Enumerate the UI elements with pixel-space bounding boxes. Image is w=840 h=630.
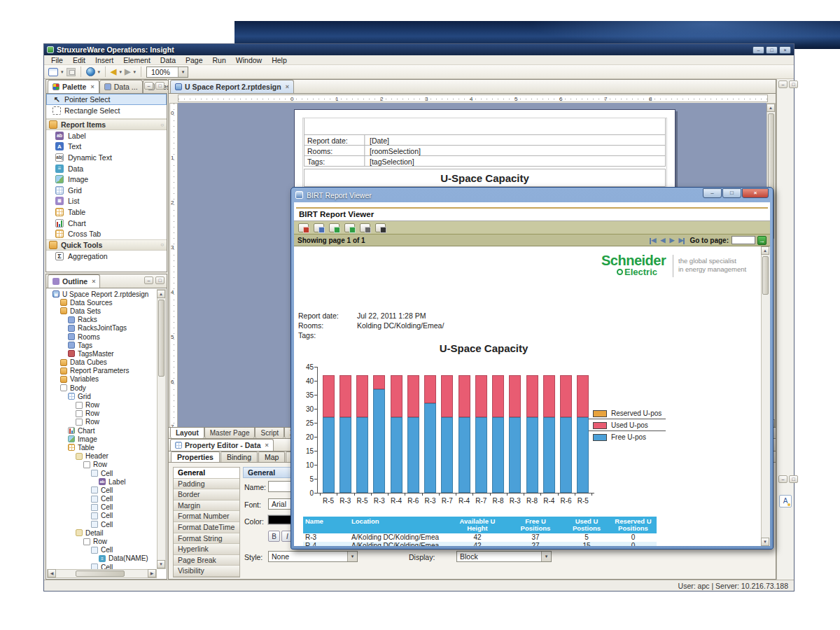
column-header-available-u-height[interactable]: Available U Height [447,517,507,533]
column-header-used-u-postions[interactable]: Used U Postions [564,517,610,533]
subtab-properties[interactable]: Properties [171,451,220,462]
category-format-string[interactable]: Format String [174,533,239,545]
bar-segment-used-u-pos[interactable] [356,375,368,417]
design-row-tags[interactable]: Tags:[tagSelection] [304,155,666,167]
tab-data[interactable]: Data ... [99,80,143,93]
close-icon[interactable]: × [90,83,94,90]
bar-segment-free-u-pos[interactable] [543,417,555,493]
tool-rectangle-select[interactable]: Rectangle Select [46,105,167,116]
design-value-cell[interactable]: [tagSelection] [365,156,665,166]
scroll-up-icon[interactable]: ▲ [766,104,775,112]
bar-segment-used-u-pos[interactable] [323,375,335,417]
close-button[interactable]: × [742,188,769,198]
scroll-right-icon[interactable]: ▶ [148,569,156,578]
tree-item-grid[interactable]: Grid [47,392,157,400]
menu-insert[interactable]: Insert [90,55,118,65]
category-hyperlink[interactable]: Hyperlink [174,544,239,555]
category-format-number[interactable]: Format Number [174,511,239,522]
bar-segment-free-u-pos[interactable] [458,417,470,493]
palette-item-image[interactable]: Image [46,174,167,185]
back-dropdown-icon[interactable]: ▾ [120,69,122,75]
design-label-cell[interactable]: Report date: [304,135,365,145]
next-page-icon[interactable]: ▶ [667,237,676,244]
last-page-icon[interactable]: ▶ [676,237,685,244]
maximize-view-icon[interactable]: □ [789,80,798,88]
tab-property-editor[interactable]: Property Editor - Data× [170,439,274,451]
parameters-icon[interactable] [314,223,324,232]
subtab-map[interactable]: Map [258,451,285,462]
bar-segment-free-u-pos[interactable] [356,417,368,493]
category-page-break[interactable]: Page Break [174,555,239,566]
minimize-view-icon[interactable]: – [778,475,788,483]
tree-item-cell[interactable]: Cell [47,520,157,528]
table-row[interactable]: R-3A/Kolding DC/Kolding/Emea423750 [303,533,657,542]
minimize-button[interactable]: – [703,188,722,198]
menu-page[interactable]: Page [181,55,208,65]
tree-item-detail[interactable]: Detail [47,528,157,537]
tab-script[interactable]: Script [255,428,284,438]
toc-icon[interactable] [298,223,309,232]
tree-item-header[interactable]: Header [47,452,157,461]
category-general[interactable]: General [174,468,239,479]
publish-icon[interactable] [86,67,95,76]
tree-item-chart[interactable]: Chart [47,426,157,435]
palette-item-cross-tab[interactable]: Cross Tab [46,228,167,239]
zoom-dropdown-icon[interactable]: ▾ [178,67,188,77]
scrollbar-thumb[interactable] [762,256,769,295]
bar-segment-free-u-pos[interactable] [526,417,538,493]
style-dropdown[interactable]: None▾ [268,551,358,562]
back-icon[interactable]: ◀ [111,67,116,76]
bar-segment-used-u-pos[interactable] [577,375,589,417]
menu-data[interactable]: Data [155,55,181,65]
close-icon[interactable]: × [92,278,95,285]
new-dropdown-icon[interactable]: ▾ [61,69,64,75]
category-border[interactable]: Border [174,489,239,500]
scroll-left-icon[interactable]: ◀ [48,569,56,578]
bar-segment-free-u-pos[interactable] [492,417,504,493]
menu-file[interactable]: File [46,55,68,65]
palette-item-grid[interactable]: Grid [46,185,167,196]
viewer-vscrollbar[interactable]: ▲ ▼ [761,246,770,546]
bar-segment-free-u-pos[interactable] [323,417,335,493]
bar-segment-free-u-pos[interactable] [373,389,385,493]
tree-item-row[interactable]: Row [47,400,157,409]
print-server-icon[interactable] [375,223,386,232]
palette-item-list[interactable]: ≣List [46,196,167,207]
tree-item-cell[interactable]: Cell [47,469,157,477]
subtab-binding[interactable]: Binding [220,451,258,462]
minimize-view-icon[interactable]: – [144,82,153,90]
title-bar[interactable]: StruxureWare Operations: Insight – □ × [44,44,794,55]
outline-vscrollbar[interactable]: ▲ ▼ [157,289,166,569]
section-report-items[interactable]: Report Items○ [46,119,167,130]
tree-item-racks[interactable]: Racks [47,316,157,324]
category-visibility[interactable]: Visibility [174,566,239,577]
tree-item-row[interactable]: Row [47,537,157,545]
bar-segment-used-u-pos[interactable] [526,375,538,417]
category-margin[interactable]: Margin [174,500,239,512]
palette-item-aggregation[interactable]: ΣAggregation [46,251,167,262]
tree-item-data-sets[interactable]: Data Sets [47,307,157,315]
bar-segment-free-u-pos[interactable] [441,417,453,493]
column-header-name[interactable]: Name [303,517,349,533]
viewer-title-bar[interactable]: BIRT Report Viewer – □ × [291,188,773,202]
first-page-icon[interactable]: ◀ [649,237,658,244]
palette-item-text[interactable]: AText [46,141,167,153]
maximize-view-icon[interactable]: □ [155,276,164,284]
bar-segment-used-u-pos[interactable] [543,375,555,417]
column-header-location[interactable]: Location [349,517,447,533]
tree-item-image[interactable]: Image [47,435,157,443]
tree-item-data-cubes[interactable]: Data Cubes [47,358,157,367]
maximize-button[interactable]: □ [722,188,741,198]
scroll-up-icon[interactable]: ▲ [761,246,769,255]
tree-item-u-space-report-2-rptdesign[interactable]: ▤U Space Report 2.rptdesign [47,290,157,298]
scroll-up-icon[interactable]: ▲ [157,290,165,298]
tool-pointer-select[interactable]: ↖Pointer Select [46,94,167,105]
design-row-report-date[interactable]: Report date:[Date] [304,134,666,146]
save-button[interactable] [66,68,76,76]
tree-item-body[interactable]: Body [47,384,157,392]
scroll-down-icon[interactable]: ▼ [761,538,769,546]
bold-button[interactable]: B [268,531,280,542]
bar-segment-used-u-pos[interactable] [407,375,419,417]
palette-item-table[interactable]: Table [46,206,167,218]
display-dropdown[interactable]: Block▾ [456,551,552,562]
